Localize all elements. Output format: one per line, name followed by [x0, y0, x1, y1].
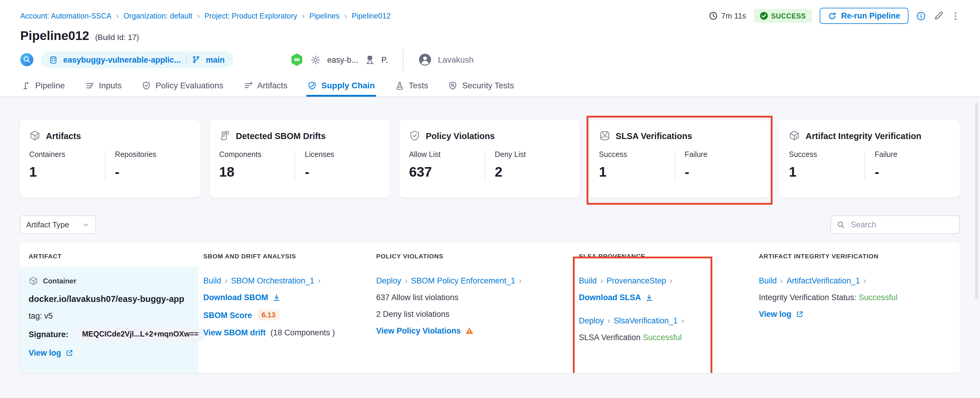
card-slsa-verifications: SLSA Verifications Success1 Failure- — [590, 120, 770, 198]
search-icon — [837, 220, 845, 229]
view-sbom-drift-link[interactable]: View SBOM drift — [203, 328, 266, 337]
service-name[interactable]: easy-b... — [327, 55, 358, 64]
download-icon — [645, 293, 654, 302]
metric-value: - — [875, 164, 950, 180]
metric-value: - — [685, 164, 760, 180]
slsa-cell: Build ProvenanceStep Download SLSA Deplo… — [574, 267, 754, 373]
artifact-tag: tag: v5 — [29, 312, 189, 320]
tab-policy-evaluations[interactable]: Policy Evaluations — [141, 75, 224, 97]
signature-label: Signature: — [29, 330, 68, 339]
branch-name: main — [206, 55, 225, 64]
chevron-right-icon — [302, 11, 305, 20]
card-title: Policy Violations — [426, 131, 495, 141]
artifact-type-select[interactable]: Artifact Type — [20, 216, 96, 234]
tab-inputs[interactable]: Inputs — [84, 75, 123, 97]
supply-chain-page: Account: Automation-SSCA Organization: d… — [0, 0, 980, 398]
breadcrumb-account[interactable]: Account: Automation-SSCA — [20, 12, 111, 20]
col-artifact: ARTIFACT — [20, 253, 199, 260]
step-link[interactable]: SBOM Policy Enforcement_1 — [411, 276, 515, 285]
summary-cards: Artifacts Containers1 Repositories- Dete… — [20, 120, 960, 198]
edit-pencil-icon[interactable] — [934, 11, 943, 21]
shield-search-icon — [449, 81, 458, 90]
col-policy: POLICY VIOLATIONS — [371, 253, 574, 260]
user-avatar-icon — [418, 53, 431, 66]
download-icon — [272, 293, 281, 302]
page-title: Pipeline012 — [20, 29, 89, 43]
metric-value: 18 — [219, 164, 295, 180]
tab-tests[interactable]: Tests — [394, 75, 429, 97]
clock-icon — [709, 11, 718, 20]
gear-icon — [310, 54, 321, 65]
breadcrumb: Account: Automation-SSCA Organization: d… — [20, 11, 391, 20]
metric-value: 1 — [789, 164, 865, 180]
step-link[interactable]: ArtifactVerification_1 — [787, 276, 860, 285]
tab-security-tests[interactable]: Security Tests — [447, 75, 515, 97]
cube-icon — [29, 130, 41, 141]
step-link[interactable]: SlsaVerification_1 — [614, 316, 678, 325]
repo-name: easybuggy-vulnerable-applic... — [63, 55, 181, 64]
metric-value: 2 — [495, 164, 571, 180]
info-icon[interactable] — [916, 11, 926, 21]
view-log-link[interactable]: View log — [759, 310, 803, 319]
stage-link[interactable]: Build — [759, 276, 777, 285]
tab-pipeline[interactable]: Pipeline — [20, 75, 66, 97]
run-header: Account: Automation-SSCA Organization: d… — [0, 0, 980, 97]
slsa-icon — [599, 130, 611, 141]
sbom-scroll-icon — [219, 130, 231, 141]
repo-branch-pill[interactable]: easybuggy-vulnerable-applic... main — [41, 51, 233, 68]
supply-chain-content: Artifacts Containers1 Repositories- Dete… — [0, 120, 980, 373]
run-duration: 7m 11s — [709, 11, 746, 20]
step-link[interactable]: ProvenanceStep — [606, 276, 666, 285]
allow-violations: 637 Allow list violations — [376, 293, 563, 302]
search-input[interactable] — [850, 220, 953, 230]
external-link-icon — [795, 310, 803, 318]
scrollbar-thumb[interactable] — [975, 102, 978, 299]
breadcrumb-pipelines[interactable]: Pipelines — [309, 12, 339, 20]
card-artifacts: Artifacts Containers1 Repositories- — [20, 120, 200, 198]
warning-icon — [465, 326, 474, 335]
chevron-right-icon — [197, 11, 200, 20]
col-slsa: SLSA PROVENANCE — [574, 253, 754, 260]
col-sbom: SBOM AND DRIFT ANALYSIS — [199, 253, 371, 260]
sbom-score-link[interactable]: SBOM Score — [203, 310, 252, 320]
table-header: ARTIFACT SBOM AND DRIFT ANALYSIS POLICY … — [20, 242, 960, 267]
stage-link[interactable]: Build — [579, 276, 597, 285]
view-policy-violations-link[interactable]: View Policy Violations — [376, 326, 474, 335]
repository-icon — [49, 55, 58, 64]
download-sbom-link[interactable]: Download SBOM — [203, 293, 281, 302]
kebab-menu-icon[interactable] — [951, 11, 960, 21]
components-count: (18 Components ) — [270, 328, 335, 337]
sbom-cell: Build SBOM Orchestration_1 Download SBOM… — [199, 267, 371, 373]
card-title: Artifacts — [46, 131, 81, 141]
integrity-cell: Build ArtifactVerification_1 Integrity V… — [754, 267, 960, 373]
execution-tabs: Pipeline Inputs Policy Evaluations Artif… — [0, 75, 980, 97]
step-link[interactable]: SBOM Orchestration_1 — [231, 276, 314, 285]
ci-hexagon-icon — [290, 53, 304, 67]
infra-name[interactable]: P. — [381, 55, 388, 64]
sbom-score-badge: 6.13 — [258, 310, 280, 320]
refresh-icon — [828, 12, 836, 20]
rerun-pipeline-button[interactable]: Re-run Pipeline — [820, 8, 908, 24]
status-badge: SUCCESS — [754, 9, 812, 23]
integrity-status-label: Integrity Verification Status: — [759, 293, 856, 302]
check-circle-icon — [760, 12, 767, 20]
tab-supply-chain[interactable]: Supply Chain — [306, 75, 376, 97]
breadcrumb-org[interactable]: Organization: default — [123, 12, 192, 20]
card-title: Artifact Integrity Verification — [806, 131, 921, 141]
stage-link[interactable]: Deploy — [579, 316, 604, 325]
user-name: Lavakush — [438, 55, 474, 64]
deny-violations: 2 Deny list violations — [376, 310, 563, 319]
tab-artifacts[interactable]: Artifacts — [242, 75, 288, 97]
breadcrumb-pipeline012[interactable]: Pipeline012 — [352, 12, 391, 20]
download-slsa-link[interactable]: Download SLSA — [579, 293, 654, 302]
metric-value: 1 — [599, 164, 675, 180]
card-artifact-integrity: Artifact Integrity Verification Success1… — [780, 120, 960, 198]
breadcrumb-project[interactable]: Project: Product Exploratory — [204, 12, 297, 20]
chevron-down-icon — [82, 221, 89, 228]
artifact-image: docker.io/lavakush07/easy-buggy-app — [29, 294, 189, 304]
stage-link[interactable]: Deploy — [376, 276, 401, 285]
stage-link[interactable]: Build — [203, 276, 221, 285]
view-log-link[interactable]: View log — [29, 348, 73, 357]
cube-icon — [789, 130, 800, 141]
pipeline-icon — [21, 81, 30, 90]
